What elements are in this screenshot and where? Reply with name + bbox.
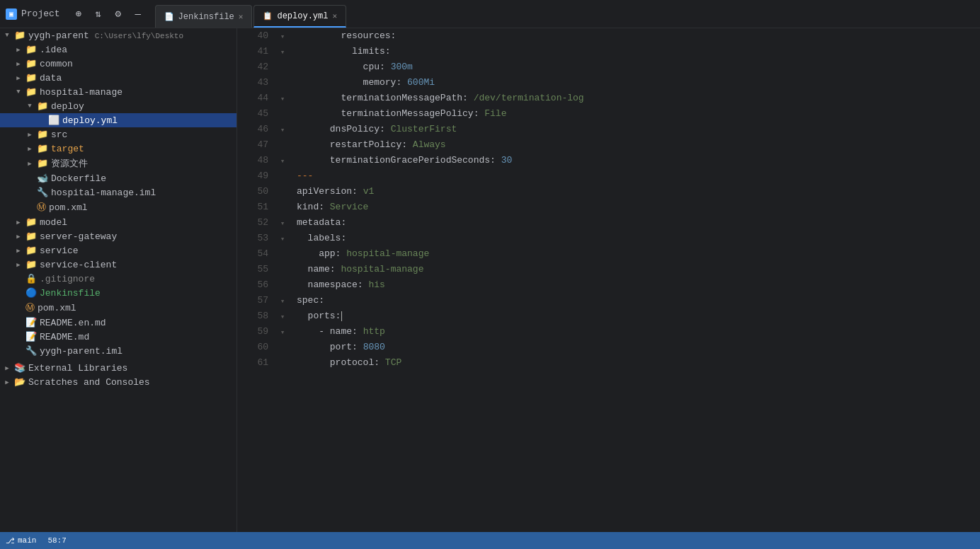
sidebar-item-data[interactable]: ▶ 📁 data <box>0 71 237 85</box>
line-number: 61 <box>237 355 268 371</box>
gutter-icon: ▾ <box>278 122 287 137</box>
code-token: name: <box>297 262 341 277</box>
sidebar-item-external-libraries[interactable]: ▶ 📚 External Libraries <box>0 361 237 375</box>
gutter-icon: ▾ <box>278 28 287 44</box>
add-icon[interactable]: ⊕ <box>73 8 84 20</box>
code-token: limits: <box>297 44 391 59</box>
status-line-col: 58:7 <box>47 536 66 545</box>
sidebar-item-hospital-iml[interactable]: 🔧 hospital-manage.iml <box>0 185 237 200</box>
sidebar-item-gitignore[interactable]: 🔒 .gitignore <box>0 272 237 286</box>
code-token: File <box>484 106 506 122</box>
code-token: v1 <box>363 184 375 200</box>
sidebar-item-resources[interactable]: ▶ 📁 资源文件 <box>0 156 237 171</box>
line-number: 44 <box>237 91 268 106</box>
main-content: ▼ 📁 yygh-parent C:\Users\lfy\Deskto ▶ 📁 … <box>0 28 980 532</box>
sidebar-root[interactable]: ▼ 📁 yygh-parent C:\Users\lfy\Deskto <box>0 28 237 42</box>
code-line: memory: 600Mi <box>297 75 974 91</box>
tab-deploy-yml-label: deploy.yml <box>277 11 328 21</box>
service-folder-icon: 📁 <box>25 245 37 256</box>
tabs: 📄 Jenkinsfile ✕ 📋 deploy.yml ✕ <box>155 0 348 28</box>
sidebar-item-readme[interactable]: 📝 README.md <box>0 330 237 344</box>
layout-icon[interactable]: ⇅ <box>93 8 104 20</box>
sidebar-item-service[interactable]: ▶ 📁 service <box>0 243 237 258</box>
dockerfile-icon: 🐋 <box>37 173 48 184</box>
pom1-arrow <box>25 203 34 212</box>
pom1-icon: Ⓜ <box>37 201 46 214</box>
src-folder-icon: 📁 <box>37 129 48 140</box>
tab-deploy-yml[interactable]: 📋 deploy.yml ✕ <box>253 5 346 28</box>
line-number: 46 <box>237 122 268 137</box>
code-token: http <box>363 324 385 340</box>
sidebar-item-pom1[interactable]: Ⓜ pom.xml <box>0 200 237 215</box>
code-line: dnsPolicy: ClusterFirst <box>297 122 974 137</box>
gitignore-icon: 🔒 <box>25 273 37 284</box>
jenkinsfile-tab-icon: 📄 <box>164 12 174 21</box>
code-token: port: <box>297 340 363 355</box>
sidebar-item-deploy-yml[interactable]: ⬜ deploy.yml <box>0 113 237 127</box>
sidebar-item-service-client[interactable]: ▶ 📁 service-client <box>0 258 237 272</box>
code-token: --- <box>297 168 313 184</box>
project-label: Project <box>21 8 60 19</box>
sidebar-item-common[interactable]: ▶ 📁 common <box>0 57 237 71</box>
minimize-icon[interactable]: — <box>132 8 144 20</box>
sidebar-item-jenkinsfile[interactable]: 🔵 Jenkinsfile <box>0 286 237 300</box>
code-token: namespace: <box>297 277 368 293</box>
tab-jenkinsfile[interactable]: 📄 Jenkinsfile ✕ <box>155 5 253 28</box>
gutter-icon <box>278 355 287 371</box>
readme-arrow <box>14 333 23 341</box>
code-content[interactable]: resources: limits: cpu: 300m memory: 600… <box>291 28 980 532</box>
sidebar-item-target[interactable]: ▶ 📁 target <box>0 141 237 156</box>
sidebar-item-pom2[interactable]: Ⓜ pom.xml <box>0 300 237 316</box>
code-token: kind: <box>297 200 330 215</box>
sidebar-item-src[interactable]: ▶ 📁 src <box>0 127 237 141</box>
service-label: service <box>40 245 79 256</box>
line-number: 47 <box>237 137 268 153</box>
code-token: spec: <box>297 293 324 308</box>
common-label: common <box>40 59 73 69</box>
idea-folder-icon: 📁 <box>25 44 37 55</box>
jenkinsfile-arrow <box>14 289 23 297</box>
common-arrow: ▶ <box>14 59 23 68</box>
sidebar-item-server-gateway[interactable]: ▶ 📁 server-gateway <box>0 229 237 243</box>
code-line: apiVersion: v1 <box>297 184 974 200</box>
text-cursor <box>341 311 342 321</box>
service-client-folder-icon: 📁 <box>25 259 37 270</box>
sidebar-item-yygh-iml[interactable]: 🔧 yygh-parent.iml <box>0 344 237 358</box>
code-line: labels: <box>297 231 974 246</box>
gutter-icon: ▾ <box>278 153 287 168</box>
gutter-icon <box>278 184 287 200</box>
deploy-arrow: ▼ <box>25 102 34 110</box>
sidebar: ▼ 📁 yygh-parent C:\Users\lfy\Deskto ▶ 📁 … <box>0 28 237 532</box>
sidebar-item-model[interactable]: ▶ 📁 model <box>0 215 237 229</box>
server-gateway-folder-icon: 📁 <box>25 231 37 242</box>
line-number: 53 <box>237 231 268 246</box>
code-line: - name: http <box>297 324 974 340</box>
ext-lib-arrow: ▶ <box>3 364 11 372</box>
settings-icon[interactable]: ⚙ <box>113 8 124 20</box>
gutter-icon: ▾ <box>278 293 287 308</box>
deploy-label: deploy <box>51 101 84 112</box>
code-token: terminationMessagePath: <box>297 91 474 106</box>
sidebar-item-dockerfile[interactable]: 🐋 Dockerfile <box>0 171 237 185</box>
gitignore-arrow <box>14 274 23 283</box>
sidebar-item-scratches[interactable]: ▶ 📂 Scratches and Consoles <box>0 375 237 389</box>
sidebar-item-deploy[interactable]: ▼ 📁 deploy <box>0 99 237 113</box>
sidebar-item-readme-en[interactable]: 📝 README.en.md <box>0 316 237 330</box>
code-token: ports: <box>297 308 341 324</box>
gutter-icon <box>278 59 287 75</box>
sidebar-item-idea[interactable]: ▶ 📁 .idea <box>0 42 237 57</box>
line-number: 43 <box>237 75 268 91</box>
code-token: memory: <box>297 75 407 91</box>
data-arrow: ▶ <box>14 74 23 82</box>
deploy-yml-label: deploy.yml <box>62 115 118 126</box>
code-line: terminationGracePeriodSeconds: 30 <box>297 153 974 168</box>
code-line: protocol: TCP <box>297 355 974 371</box>
service-client-label: service-client <box>40 260 117 270</box>
code-token: resources: <box>297 28 396 44</box>
hospital-iml-label: hospital-manage.iml <box>51 187 156 198</box>
deploy-yml-tab-icon: 📋 <box>263 11 273 21</box>
tab-jenkinsfile-close[interactable]: ✕ <box>239 12 244 21</box>
tab-deploy-yml-close[interactable]: ✕ <box>332 11 337 21</box>
hospital-manage-label: hospital-manage <box>40 87 122 98</box>
sidebar-item-hospital-manage[interactable]: ▼ 📁 hospital-manage <box>0 85 237 99</box>
